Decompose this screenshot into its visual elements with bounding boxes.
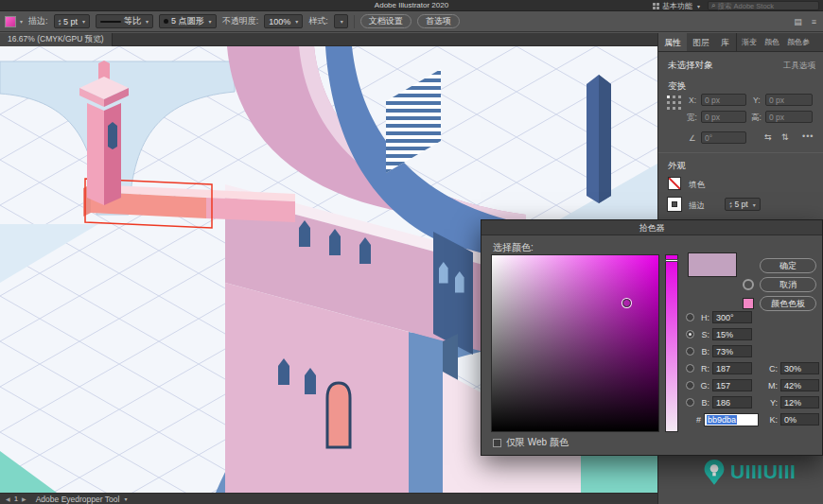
panel-tab-bar: 属性 图层 库 渐变 颜色 颜色参 [658, 33, 823, 52]
web-colors-checkbox[interactable] [493, 439, 501, 447]
slider-marker[interactable] [665, 259, 678, 262]
tool-options-label[interactable]: 工具选项 [783, 61, 815, 72]
h-label: H: [697, 313, 709, 322]
workspace-switcher[interactable]: 基本功能 ▾ [653, 1, 700, 11]
chevron-down-icon: ▾ [82, 18, 85, 25]
flip-vertical-icon[interactable]: ⇅ [781, 132, 789, 142]
r-field[interactable]: 187 [712, 362, 752, 374]
dialog-title-bar[interactable]: 拾色器 [482, 220, 822, 235]
tab-properties[interactable]: 属性 [658, 33, 687, 51]
ok-button[interactable]: 确定 [760, 258, 816, 273]
s-radio[interactable] [686, 330, 694, 339]
opacity-field[interactable]: 100% ▾ [264, 14, 303, 28]
h-field[interactable]: 300° [712, 311, 752, 323]
menu-icon[interactable]: ≡ [810, 17, 818, 26]
g-radio[interactable] [686, 381, 694, 390]
title-bar: Adobe Illustrator 2020 基本功能 ▾ ⌕ [0, 0, 823, 11]
tab-color[interactable]: 颜色 [761, 33, 783, 51]
width-field[interactable]: 0 px [701, 111, 746, 123]
stock-search[interactable]: ⌕ [708, 1, 819, 10]
x-field[interactable]: 0 px [701, 94, 746, 106]
stack-icon[interactable]: ▤ [792, 17, 804, 26]
h-radio[interactable] [686, 313, 694, 322]
web-colors-checkbox-row[interactable]: 仅限 Web 颜色 [493, 436, 569, 449]
rotate-field[interactable]: 0° [701, 131, 746, 144]
hex-value: bb9dba [707, 415, 737, 425]
y-field[interactable]: 12% [780, 396, 819, 408]
brush-dropdown[interactable]: 5 点圆形 ▾ [159, 14, 217, 28]
b-field[interactable]: 73% [712, 345, 752, 357]
b-radio[interactable] [686, 347, 694, 356]
g-field[interactable]: 157 [712, 379, 752, 391]
fill-label: 填色 [689, 180, 705, 191]
stroke-weight-stepper[interactable]: ▴▾ 5 pt ▾ [725, 198, 761, 211]
appearance-thumbnail[interactable]: ▾ [5, 16, 23, 27]
divider [736, 33, 737, 51]
chevron-down-icon: ▾ [209, 18, 212, 25]
c-label: C: [765, 364, 778, 374]
tab-gradient[interactable]: 渐变 [738, 33, 761, 51]
fill-swatch[interactable] [668, 177, 681, 190]
prev-artboard-icon[interactable]: ◀ [6, 495, 10, 502]
width-profile-dropdown[interactable]: 等比 ▾ [96, 14, 153, 28]
b2-field[interactable]: 186 [712, 396, 752, 408]
stepper-arrows-icon[interactable]: ▴▾ [59, 18, 61, 26]
artboard-nav[interactable]: ◀ 1 ▶ [6, 495, 26, 503]
flip-horizontal-icon[interactable]: ⇆ [764, 132, 772, 142]
chevron-down-icon: ▾ [124, 495, 127, 502]
document-tab-label: 16.67% (CMYK/GPU 预览) [8, 34, 104, 45]
preferences-button[interactable]: 首选项 [417, 14, 460, 28]
rotate-icon: ∠ [689, 133, 696, 143]
k-field[interactable]: 0% [780, 413, 819, 426]
width-profile-value: 等比 [124, 15, 141, 27]
style-dropdown[interactable]: ▾ [334, 14, 348, 28]
search-icon: ⌕ [711, 2, 715, 9]
chevron-down-icon: ▾ [697, 3, 700, 9]
more-options-icon[interactable]: ••• [802, 131, 814, 141]
no-selection-label: 未选择对象 [668, 60, 713, 72]
r-label: R: [697, 364, 709, 374]
document-tab-bar: 16.67% (CMYK/GPU 预览) [0, 33, 657, 46]
stepper-arrows-icon[interactable]: ▴▾ [729, 200, 732, 208]
document-tab[interactable]: 16.67% (CMYK/GPU 预览) [0, 33, 113, 46]
status-tool-display[interactable]: Adobe Eyedropper Tool ▾ [36, 495, 128, 504]
m-field[interactable]: 42% [780, 379, 819, 391]
stroke-weight-field[interactable]: ▴▾ 5 pt ▾ [54, 14, 91, 28]
color-slider[interactable] [665, 254, 678, 432]
tab-libraries[interactable]: 库 [715, 33, 735, 51]
color-swatches-button[interactable]: 颜色色板 [760, 296, 816, 311]
search-input[interactable] [717, 2, 815, 10]
s-field[interactable]: 15% [712, 328, 752, 340]
tab-color-guide[interactable]: 颜色参 [783, 33, 814, 51]
b2-radio[interactable] [686, 398, 694, 407]
hex-field[interactable]: bb9dba [704, 413, 759, 426]
height-field[interactable]: 0 px [765, 111, 813, 123]
color-wheel-icon[interactable] [743, 279, 754, 290]
chevron-down-icon: ▾ [146, 18, 149, 25]
tab-layers[interactable]: 图层 [687, 33, 715, 51]
color-picker-dialog: 拾色器 选择颜色: 确定 取消 颜色色板 H: 300° S: 15% B: 7… [481, 219, 823, 456]
b-label: B: [697, 347, 709, 356]
stroke-swatch[interactable] [668, 198, 681, 211]
color-field[interactable] [491, 254, 659, 432]
cancel-button[interactable]: 取消 [760, 277, 816, 292]
stroke-profile-icon [100, 21, 121, 23]
recent-color-swatch[interactable] [743, 298, 754, 309]
door [327, 383, 350, 447]
g-label: G: [697, 381, 709, 391]
reference-point-locator[interactable] [667, 96, 682, 111]
stroke-label: 描边: [28, 15, 48, 27]
r-radio[interactable] [686, 364, 694, 373]
brush-value: 5 点圆形 [171, 15, 204, 27]
stroke-swatch-label: 描边 [689, 200, 705, 212]
hex-label: # [693, 415, 701, 425]
chevron-down-icon: ▾ [753, 201, 756, 208]
y-field[interactable]: 0 px [765, 94, 813, 106]
color-field-marker[interactable] [622, 299, 631, 307]
y-label: Y: [765, 398, 778, 408]
c-field[interactable]: 30% [780, 362, 819, 374]
style-label: 样式: [308, 15, 328, 27]
document-setup-button[interactable]: 文档设置 [360, 14, 412, 28]
height-label: 高: [751, 113, 762, 124]
next-artboard-icon[interactable]: ▶ [22, 495, 26, 502]
